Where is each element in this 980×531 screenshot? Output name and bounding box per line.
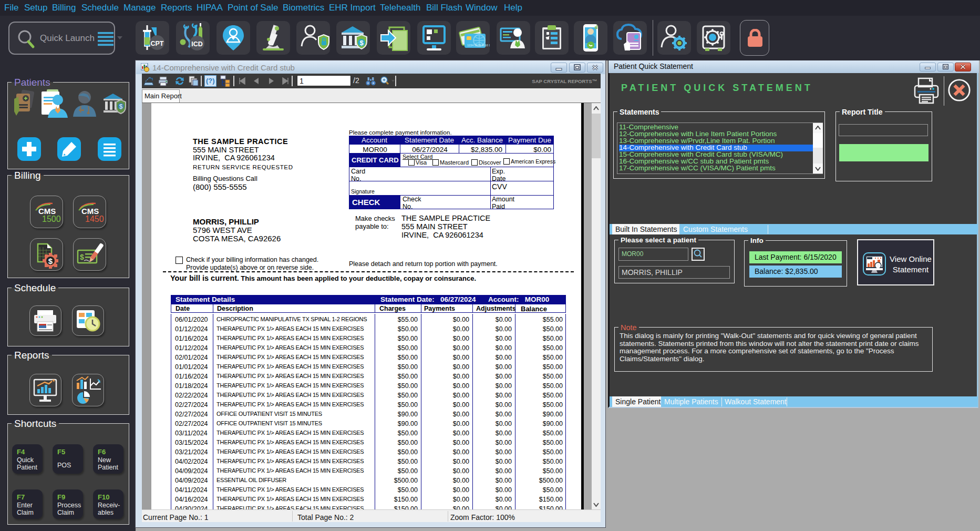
svg-text:$: $ <box>80 253 84 261</box>
svg-text:1234 5678 9010 1123: 1234 5678 9010 1123 <box>467 44 490 47</box>
svg-text:$: $ <box>48 257 53 266</box>
svg-text:1450: 1450 <box>85 215 104 223</box>
svg-text:ICD: ICD <box>191 40 203 48</box>
svg-text:CPT: CPT <box>151 40 164 47</box>
svg-text:$: $ <box>359 39 364 47</box>
svg-text:$: $ <box>119 103 123 110</box>
svg-text:1500: 1500 <box>42 215 61 223</box>
